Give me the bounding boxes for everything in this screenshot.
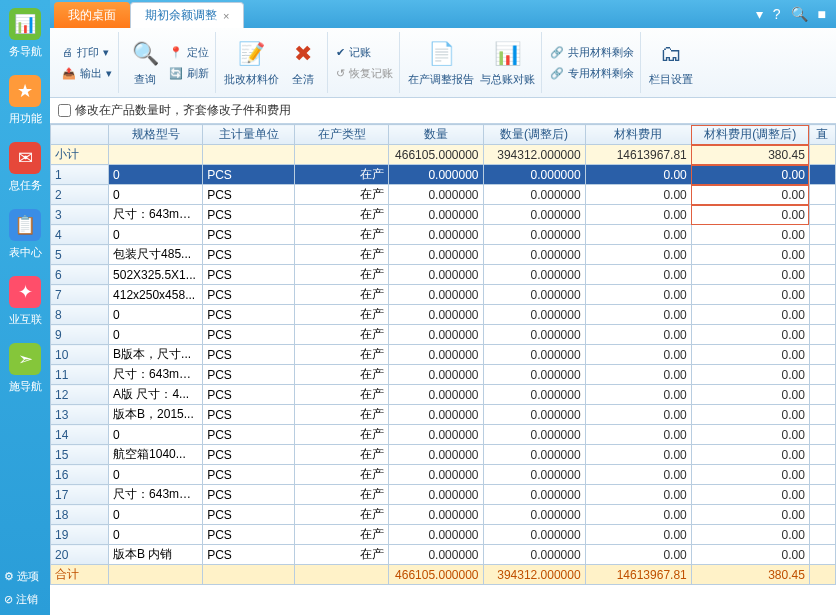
column-header[interactable]: 数量(调整后) xyxy=(483,125,585,145)
table-row[interactable]: 17尺寸：643mm...PCS在产 0.0000000.000000 0.00… xyxy=(51,485,836,505)
nav-icon: 📊 xyxy=(9,8,41,40)
locate-button[interactable]: 📍 定位 xyxy=(169,45,209,60)
dropdown-icon[interactable]: ▾ xyxy=(756,6,763,22)
column-header[interactable] xyxy=(51,125,109,145)
close-icon[interactable]: × xyxy=(223,10,229,22)
nav-label: 息任务 xyxy=(9,178,42,193)
ledger-icon: 📊 xyxy=(492,38,524,70)
gl-reconcile-button[interactable]: 📊与总账对账 xyxy=(480,38,535,87)
nav-label: 施导航 xyxy=(9,379,42,394)
nav-icon: 📋 xyxy=(9,209,41,241)
left-nav: 📊 务导航 ★ 用功能 ✉ 息任务 📋 表中心 ✦ 业互联 ➣ 施导航 ⚙选项⊘… xyxy=(0,0,50,615)
nav-item[interactable]: ✉ 息任务 xyxy=(0,134,50,201)
tabbar: 我的桌面 期初余额调整× ▾ ? 🔍 ■ xyxy=(50,0,836,28)
table-row[interactable]: 6502X325.5X1...PCS在产 0.0000000.000000 0.… xyxy=(51,265,836,285)
query-button[interactable]: 🔍查询 xyxy=(127,38,163,87)
table-row[interactable]: 12A版 尺寸：4...PCS在产 0.0000000.000000 0.000… xyxy=(51,385,836,405)
table-row[interactable]: 10B版本，尺寸...PCS在产 0.0000000.000000 0.000.… xyxy=(51,345,836,365)
table-row[interactable]: 20版本B 内销PCS在产 0.0000000.000000 0.000.00 xyxy=(51,545,836,565)
table-row[interactable]: 10PCS在产 0.0000000.000000 0.000.00 xyxy=(51,165,836,185)
special-material-button[interactable]: 🔗 专用材料剩余 xyxy=(550,66,634,81)
nav-item[interactable]: ★ 用功能 xyxy=(0,67,50,134)
nav-item[interactable]: 📋 表中心 xyxy=(0,201,50,268)
column-header[interactable]: 数量 xyxy=(389,125,483,145)
nav-icon: ⚙ xyxy=(4,570,14,583)
clear-button[interactable]: ✖全清 xyxy=(285,38,321,87)
table-row[interactable]: 180PCS在产 0.0000000.000000 0.000.00 xyxy=(51,505,836,525)
table-row[interactable]: 20PCS在产 0.0000000.000000 0.000.00 xyxy=(51,185,836,205)
option-row: 修改在产品数量时，齐套修改子件和费用 xyxy=(50,98,836,124)
shared-material-button[interactable]: 🔗 共用材料剩余 xyxy=(550,45,634,60)
checkbox-label: 修改在产品数量时，齐套修改子件和费用 xyxy=(75,102,291,119)
table-row[interactable]: 140PCS在产 0.0000000.000000 0.000.00 xyxy=(51,425,836,445)
nav-icon: ⊘ xyxy=(4,593,13,606)
column-settings-button[interactable]: 🗂栏目设置 xyxy=(649,38,693,87)
table-row[interactable]: 11尺寸：643mm...PCS在产 0.0000000.000000 0.00… xyxy=(51,365,836,385)
ribbon: 🖨 打印 ▾ 📤 输出 ▾ 🔍查询 📍 定位 🔄 刷新 📝批改材料价 ✖全清 ✔… xyxy=(50,28,836,98)
nav-icon: ➣ xyxy=(9,343,41,375)
magnifier-icon: 🔍 xyxy=(129,38,161,70)
table-row[interactable]: 190PCS在产 0.0000000.000000 0.000.00 xyxy=(51,525,836,545)
window-icon[interactable]: ■ xyxy=(818,6,826,22)
table-row[interactable]: 80PCS在产 0.0000000.000000 0.000.00 xyxy=(51,305,836,325)
nav-bottom-link[interactable]: ⚙选项 xyxy=(0,565,50,588)
table-row[interactable]: 160PCS在产 0.0000000.000000 0.000.00 xyxy=(51,465,836,485)
refresh-button[interactable]: 🔄 刷新 xyxy=(169,66,209,81)
column-header[interactable]: 材料费用 xyxy=(585,125,691,145)
search-icon[interactable]: 🔍 xyxy=(791,6,808,22)
tab-desktop[interactable]: 我的桌面 xyxy=(54,2,130,28)
nav-item[interactable]: 📊 务导航 xyxy=(0,0,50,67)
nav-icon: ★ xyxy=(9,75,41,107)
help-icon[interactable]: ? xyxy=(773,6,781,22)
column-header[interactable]: 直 xyxy=(809,125,835,145)
table-row[interactable]: 15航空箱1040...PCS在产 0.0000000.000000 0.000… xyxy=(51,445,836,465)
tab-balance-adjust[interactable]: 期初余额调整× xyxy=(130,2,244,28)
total-row: 合计 466105.000000394312.000000 14613967.8… xyxy=(51,565,836,585)
column-header[interactable]: 主计量单位 xyxy=(203,125,295,145)
undo-post-button[interactable]: ↺ 恢复记账 xyxy=(336,66,393,81)
table-row[interactable]: 13版本B，2015...PCS在产 0.0000000.000000 0.00… xyxy=(51,405,836,425)
column-header[interactable]: 材料费用(调整后) xyxy=(691,125,809,145)
nav-label: 表中心 xyxy=(9,245,42,260)
table-row[interactable]: 40PCS在产 0.0000000.000000 0.000.00 xyxy=(51,225,836,245)
wip-report-button[interactable]: 📄在产调整报告 xyxy=(408,38,474,87)
table-row[interactable]: 90PCS在产 0.0000000.000000 0.000.00 xyxy=(51,325,836,345)
report-icon: 📄 xyxy=(425,38,457,70)
table-row[interactable]: 7412x250x458...PCS在产 0.0000000.000000 0.… xyxy=(51,285,836,305)
nav-bottom-link[interactable]: ⊘注销 xyxy=(0,588,50,611)
table-row[interactable]: 5包装尺寸485...PCS在产 0.0000000.000000 0.000.… xyxy=(51,245,836,265)
export-button[interactable]: 📤 输出 ▾ xyxy=(62,66,112,81)
nav-label: 用功能 xyxy=(9,111,42,126)
nav-item[interactable]: ✦ 业互联 xyxy=(0,268,50,335)
nav-item[interactable]: ➣ 施导航 xyxy=(0,335,50,402)
table-row[interactable]: 3尺寸：643mm...PCS在产 0.0000000.000000 0.000… xyxy=(51,205,836,225)
post-button[interactable]: ✔ 记账 xyxy=(336,45,393,60)
print-button[interactable]: 🖨 打印 ▾ xyxy=(62,45,112,60)
settings-icon: 🗂 xyxy=(655,38,687,70)
batch-price-button[interactable]: 📝批改材料价 xyxy=(224,38,279,87)
edit-icon: 📝 xyxy=(236,38,268,70)
subtotal-row: 小计 466105.000000394312.000000 14613967.8… xyxy=(51,145,836,165)
nav-icon: ✦ xyxy=(9,276,41,308)
column-header[interactable]: 规格型号 xyxy=(109,125,203,145)
nav-label: 业互联 xyxy=(9,312,42,327)
clear-icon: ✖ xyxy=(287,38,319,70)
nav-label: 务导航 xyxy=(9,44,42,59)
column-header[interactable]: 在产类型 xyxy=(295,125,389,145)
sync-children-checkbox[interactable] xyxy=(58,104,71,117)
nav-icon: ✉ xyxy=(9,142,41,174)
data-grid[interactable]: 规格型号主计量单位在产类型数量数量(调整后)材料费用材料费用(调整后)直 小计 … xyxy=(50,124,836,585)
